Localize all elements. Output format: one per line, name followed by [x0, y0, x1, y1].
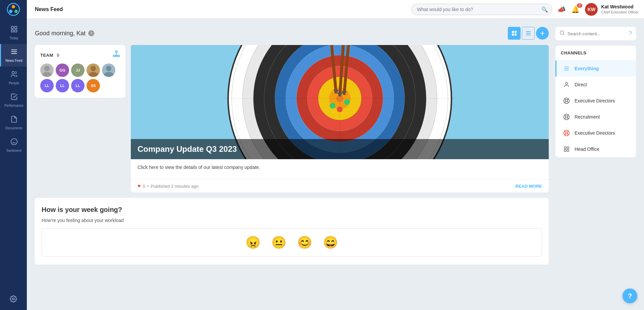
channels-title: CHANNELS: [555, 46, 636, 60]
channel-item-executive-directors-1[interactable]: Executive Directors: [555, 93, 636, 109]
head-office-icon: [562, 144, 571, 154]
grid-view-button[interactable]: [508, 27, 521, 40]
team-avatar[interactable]: JJ: [71, 63, 85, 77]
performance-icon: [10, 93, 18, 102]
emoji-angry[interactable]: 😠: [246, 235, 261, 250]
sidebar: Today News Feed People Performance Docum…: [0, 0, 27, 310]
sidebar-item-today-label: Today: [9, 36, 18, 40]
channel-item-everything[interactable]: Everything: [555, 60, 636, 77]
svg-point-12: [11, 139, 17, 145]
user-name: Kat Westwood: [601, 4, 639, 10]
team-avatar[interactable]: [102, 63, 115, 77]
help-fab[interactable]: ?: [623, 289, 637, 303]
search-icon: 🔍: [541, 6, 548, 12]
svg-rect-101: [567, 147, 569, 148]
sidebar-item-performance[interactable]: Performance: [0, 89, 27, 112]
channel-item-recruitment[interactable]: Recruitment: [555, 109, 636, 125]
add-post-button[interactable]: +: [536, 27, 549, 40]
team-card: TEAM 9 GG JJ: [35, 45, 125, 98]
channel-item-executive-directors-2[interactable]: Executive Directors: [555, 125, 636, 141]
user-role: Chief Executive Officer: [601, 10, 639, 14]
emoji-neutral[interactable]: 😐: [271, 235, 286, 250]
channel-item-head-office[interactable]: Head Office: [555, 141, 636, 157]
avatar: KW: [585, 3, 598, 16]
svg-line-86: [567, 99, 568, 100]
svg-line-87: [565, 101, 566, 103]
emoji-happy[interactable]: 😊: [297, 235, 312, 250]
svg-point-95: [566, 132, 568, 134]
team-avatar[interactable]: LL: [40, 79, 54, 92]
team-avatar[interactable]: SS: [87, 79, 100, 92]
search-bar: 🔍: [411, 4, 552, 15]
survey-question: How're you feeling about your workload: [42, 218, 542, 223]
sidebar-item-news-feed-label: News Feed: [5, 59, 22, 62]
sidebar-nav: Today News Feed People Performance Docum…: [0, 19, 27, 157]
list-view-button[interactable]: [522, 27, 535, 40]
channel-item-direct[interactable]: Direct: [555, 77, 636, 93]
news-card: Company Update Q3 2023 Click here to vie…: [131, 45, 549, 192]
sidebar-item-people[interactable]: People: [0, 67, 27, 89]
channel-label-everything: Everything: [575, 66, 599, 71]
svg-line-90: [565, 115, 566, 116]
greeting-help-icon[interactable]: ?: [88, 30, 94, 36]
sidebar-item-sentiment-label: Sentiment: [6, 149, 21, 152]
app-logo: [7, 3, 20, 16]
svg-rect-20: [526, 31, 531, 32]
team-title: TEAM: [40, 53, 53, 58]
svg-rect-18: [512, 34, 514, 36]
svg-rect-5: [14, 27, 16, 29]
people-icon: [10, 71, 18, 80]
svg-line-83: [565, 99, 566, 100]
news-feed-icon: [10, 48, 18, 57]
svg-rect-23: [115, 51, 117, 52]
like-icon[interactable]: ♥: [138, 183, 141, 189]
svg-line-84: [567, 101, 569, 103]
sidebar-item-news-feed[interactable]: News Feed: [0, 44, 27, 67]
sidebar-item-performance-label: Performance: [4, 104, 23, 107]
read-more-link[interactable]: READ MORE: [516, 184, 542, 189]
svg-point-82: [566, 100, 568, 102]
svg-rect-102: [567, 150, 569, 151]
svg-point-80: [566, 82, 568, 84]
search-help-icon[interactable]: ?: [629, 31, 632, 37]
emoji-very-happy[interactable]: 😄: [323, 235, 338, 250]
team-header: TEAM 9: [40, 50, 120, 59]
today-icon: [10, 26, 18, 35]
documents-icon: [10, 116, 18, 125]
svg-rect-16: [512, 31, 514, 33]
org-chart-icon[interactable]: [113, 50, 120, 59]
user-info[interactable]: KW Kat Westwood Chief Executive Officer: [585, 3, 639, 16]
svg-point-32: [89, 72, 98, 77]
svg-point-34: [104, 72, 113, 77]
team-avatar[interactable]: LL: [56, 79, 69, 92]
svg-line-91: [567, 118, 569, 119]
svg-rect-100: [564, 147, 566, 148]
svg-point-31: [91, 66, 96, 71]
announcements-icon[interactable]: 📣: [557, 5, 566, 13]
executive-directors-1-icon: [562, 96, 571, 105]
team-avatar[interactable]: GG: [56, 63, 69, 77]
notifications-icon[interactable]: 🔔 8: [571, 5, 580, 13]
team-avatar[interactable]: [87, 63, 100, 77]
sidebar-item-documents[interactable]: Documents: [0, 112, 27, 134]
svg-line-99: [565, 134, 566, 135]
main-content: Good morning, Kat ? + TEAM 9: [27, 19, 644, 310]
search-input[interactable]: [411, 4, 552, 15]
news-body: Click here to view the details of our la…: [131, 159, 549, 179]
team-avatar[interactable]: LL: [71, 79, 85, 92]
sidebar-item-sentiment[interactable]: Sentiment: [0, 134, 27, 157]
svg-rect-22: [526, 35, 531, 35]
svg-line-76: [563, 34, 564, 35]
notification-badge: 8: [577, 3, 582, 8]
svg-line-96: [565, 131, 566, 132]
right-panel: ? CHANNELS Everything Direct: [555, 27, 636, 302]
settings-icon[interactable]: [10, 295, 17, 305]
team-avatars: GG JJ LL LL LL SS: [40, 63, 120, 92]
team-avatar[interactable]: [40, 63, 54, 77]
sidebar-item-today[interactable]: Today: [0, 21, 27, 44]
news-article-title: Company Update Q3 2023: [138, 144, 542, 154]
top-bar-actions: 📣 🔔 8 KW Kat Westwood Chief Executive Of…: [557, 3, 639, 16]
search-content-input[interactable]: [568, 31, 626, 36]
channel-label-head-office: Head Office: [575, 146, 599, 152]
svg-point-15: [12, 298, 14, 300]
